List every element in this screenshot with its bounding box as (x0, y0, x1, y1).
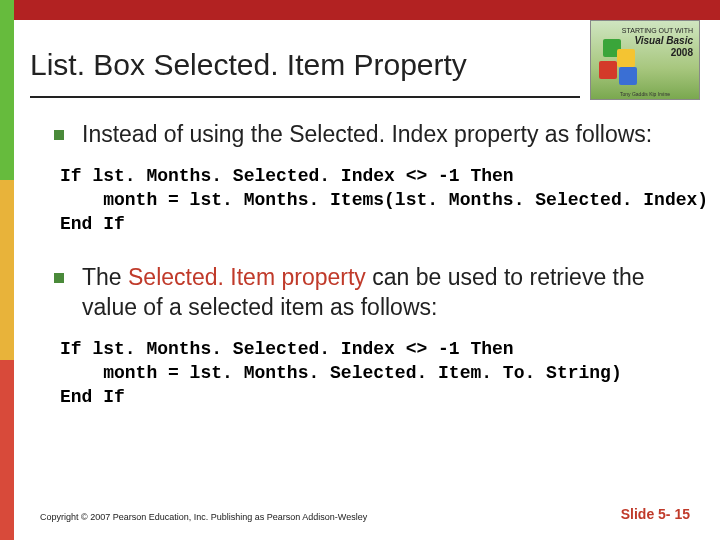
bullet-text-span: Instead of using the Selected. Index pro… (82, 121, 652, 147)
footer: Copyright © 2007 Pearson Education, Inc.… (40, 506, 690, 522)
left-accent (0, 0, 14, 540)
bullet-text-span: The (82, 264, 128, 290)
book-cover-logo: STARTING OUT WITH Visual Basic 2008 Tony… (590, 20, 700, 100)
slide-content: Instead of using the Selected. Index pro… (40, 120, 690, 435)
logo-line1: STARTING OUT WITH (622, 27, 693, 34)
bullet-item: Instead of using the Selected. Index pro… (40, 120, 690, 150)
title-underline (30, 96, 580, 98)
bullet-text: Instead of using the Selected. Index pro… (82, 120, 652, 150)
bullet-highlight: Selected. Item property (128, 264, 366, 290)
top-bar (0, 0, 720, 20)
slide-number: Slide 5- 15 (621, 506, 690, 522)
code-block: If lst. Months. Selected. Index <> -1 Th… (60, 164, 690, 237)
logo-sub: Tony Gaddis Kip Irvine (591, 91, 699, 97)
logo-vb: Visual Basic (622, 35, 693, 47)
bullet-square-icon (54, 273, 64, 283)
bullet-item: The Selected. Item property can be used … (40, 263, 690, 323)
copyright-text: Copyright © 2007 Pearson Education, Inc.… (40, 512, 367, 522)
logo-year: 2008 (622, 47, 693, 59)
bullet-text: The Selected. Item property can be used … (82, 263, 690, 323)
code-block: If lst. Months. Selected. Index <> -1 Th… (60, 337, 690, 410)
slide-title: List. Box Selected. Item Property (30, 48, 467, 82)
bullet-square-icon (54, 130, 64, 140)
